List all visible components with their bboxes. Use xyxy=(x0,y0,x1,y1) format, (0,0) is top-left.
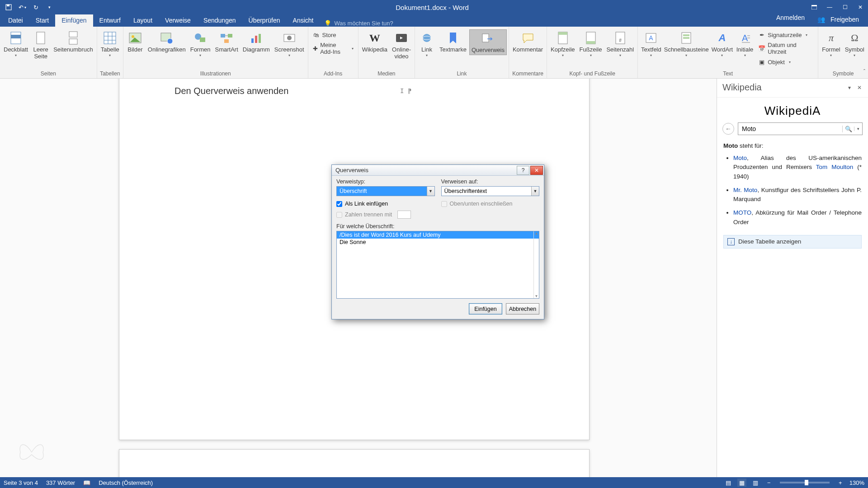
als-link-checkbox[interactable] xyxy=(336,201,342,207)
zoom-in-icon[interactable]: + xyxy=(836,479,845,487)
tell-me-search[interactable]: 💡 Was möchten Sie tun? xyxy=(324,20,393,27)
tab-ueberpruefen[interactable]: Überprüfen xyxy=(242,14,287,27)
signature-icon: ✒ xyxy=(758,31,765,38)
tab-start[interactable]: Start xyxy=(29,14,56,27)
wikipedia-link[interactable]: Mr. Moto xyxy=(733,187,757,193)
redo-icon[interactable]: ↻ xyxy=(30,2,42,13)
tabelle-button[interactable]: Tabelle▾ xyxy=(99,29,121,58)
kommentar-button[interactable]: Kommentar xyxy=(511,29,545,54)
zoom-out-icon[interactable]: − xyxy=(764,479,774,487)
tab-sendungen[interactable]: Sendungen xyxy=(197,14,242,27)
minimize-icon[interactable]: — xyxy=(822,2,837,13)
cover-page-icon xyxy=(8,30,24,46)
smartart-icon xyxy=(218,30,235,46)
oben-unten-label: Oben/unten einschließen xyxy=(450,201,513,207)
kopfzeile-button[interactable]: Kopfzeile▾ xyxy=(549,29,576,58)
seitenzahl-button[interactable]: #Seitenzahl▾ xyxy=(604,29,636,58)
wikipedia-icon: W xyxy=(367,30,383,46)
wordart-button[interactable]: AWordArt▾ xyxy=(710,29,734,58)
onlinevideo-button[interactable]: Online- video xyxy=(390,29,413,61)
list-scrollbar[interactable]: ▲▼ xyxy=(533,231,539,298)
pane-close-icon[interactable]: ✕ xyxy=(855,84,863,92)
datum-uhrzeit-button[interactable]: 📅Datum und Uhrzeit xyxy=(757,41,814,56)
smartart-button[interactable]: SmartArt xyxy=(213,29,240,54)
zoom-level[interactable]: 130% xyxy=(849,479,864,486)
heading-list-item[interactable]: /Dies ist der Word 2016 Kurs auf Udemy xyxy=(337,231,539,239)
schnellbausteine-button[interactable]: Schnellbausteine▾ xyxy=(663,29,709,58)
verweistyp-select[interactable]: Überschrift ▼ xyxy=(336,186,435,196)
dialog-cancel-button[interactable]: Abbrechen xyxy=(506,303,539,314)
signaturzeile-button[interactable]: ✒Signaturzeile▾ xyxy=(757,30,814,39)
search-dropdown-icon[interactable]: ▾ xyxy=(854,127,862,131)
screenshot-button[interactable]: Screenshot▾ xyxy=(273,29,306,58)
view-print-layout-icon[interactable]: ▦ xyxy=(737,479,746,487)
wikipedia-result-item: MOTO, Abkürzung für Mail Order / Telepho… xyxy=(733,208,862,227)
svg-rect-26 xyxy=(259,34,261,43)
fusszeile-button[interactable]: Fußzeile▾ xyxy=(578,29,604,58)
wikipedia-button[interactable]: WWikipedia xyxy=(360,29,389,54)
status-language[interactable]: Deutsch (Österreich) xyxy=(99,479,153,486)
initiale-button[interactable]: AInitiale▾ xyxy=(735,29,755,58)
status-proofing-icon[interactable]: 📖 xyxy=(83,479,90,486)
textfeld-button[interactable]: ATextfeld▾ xyxy=(640,29,662,58)
undo-icon[interactable]: ↶▾ xyxy=(16,2,28,13)
wikipedia-link[interactable]: MOTO xyxy=(733,209,751,216)
pane-options-icon[interactable]: ▾ xyxy=(845,84,854,92)
maximize-icon[interactable]: ☐ xyxy=(837,2,853,13)
store-icon: 🛍 xyxy=(313,31,320,38)
tab-ansicht[interactable]: Ansicht xyxy=(287,14,320,27)
heading-list[interactable]: /Dies ist der Word 2016 Kurs auf Udemy D… xyxy=(336,231,539,299)
save-icon[interactable] xyxy=(3,2,14,13)
dialog-help-icon[interactable]: ? xyxy=(517,166,529,175)
symbol-button[interactable]: ΩSymbol▾ xyxy=(843,29,866,58)
verweisen-auf-select[interactable]: Überschriftentext ▼ xyxy=(441,186,540,196)
deckblatt-button[interactable]: Deckblatt▾ xyxy=(2,29,30,58)
ribbon-display-icon[interactable] xyxy=(807,2,822,13)
wikipedia-link[interactable]: Tom Moulton xyxy=(816,164,854,170)
tab-verweise[interactable]: Verweise xyxy=(159,14,197,27)
chevron-down-icon[interactable]: ▼ xyxy=(531,187,539,196)
link-button[interactable]: Link▾ xyxy=(417,29,437,58)
querverweis-button[interactable]: Querverweis xyxy=(469,29,507,55)
collapse-ribbon-icon[interactable]: ˆ xyxy=(863,69,865,75)
diagramm-button[interactable]: Diagramm xyxy=(241,29,272,54)
formen-button[interactable]: Formen▾ xyxy=(189,29,212,58)
share-button[interactable]: 👥Freigeben xyxy=(814,12,863,27)
tab-einfuegen[interactable]: Einfügen xyxy=(55,14,93,27)
onlinegrafiken-button[interactable]: Onlinegrafiken xyxy=(146,29,188,54)
status-page[interactable]: Seite 3 von 4 xyxy=(4,479,38,486)
signin-link[interactable]: Anmelden xyxy=(774,12,807,27)
textmarke-button[interactable]: Textmarke xyxy=(438,29,468,54)
leere-seite-button[interactable]: Leere Seite xyxy=(31,29,51,61)
seitenumbruch-button[interactable]: Seitenumbruch xyxy=(52,29,94,54)
screenshot-icon xyxy=(281,30,297,46)
svg-rect-25 xyxy=(255,36,257,43)
heading-list-item[interactable]: Die Sonne xyxy=(337,239,539,246)
close-icon[interactable]: ✕ xyxy=(853,2,868,13)
status-word-count[interactable]: 337 Wörter xyxy=(46,479,75,486)
wikipedia-show-table-button[interactable]: ↓ Diese Tabelle anzeigen xyxy=(723,235,862,249)
svg-rect-43 xyxy=(683,34,689,36)
bilder-button[interactable]: Bilder xyxy=(125,29,145,54)
svg-rect-22 xyxy=(224,39,229,43)
dialog-insert-button[interactable]: Einfügen xyxy=(469,303,502,314)
tab-entwurf[interactable]: Entwurf xyxy=(93,14,127,27)
view-read-mode-icon[interactable]: ▤ xyxy=(724,479,733,487)
objekt-button[interactable]: ▣Objekt▾ xyxy=(757,57,814,66)
chevron-down-icon[interactable]: ▼ xyxy=(427,187,434,196)
meine-addins-button[interactable]: ✚Meine Add-Ins▾ xyxy=(312,41,354,56)
wikipedia-link[interactable]: Moto xyxy=(733,155,747,161)
zoom-slider[interactable] xyxy=(780,482,830,483)
wikipedia-search-input[interactable] xyxy=(738,125,842,132)
wikipedia-back-button[interactable]: ← xyxy=(722,123,734,135)
document-page-next[interactable] xyxy=(119,449,590,477)
view-web-layout-icon[interactable]: ▥ xyxy=(751,479,760,487)
store-button[interactable]: 🛍Store xyxy=(312,30,354,39)
qat-customize-icon[interactable]: ▾ xyxy=(43,2,55,13)
tab-layout[interactable]: Layout xyxy=(127,14,159,27)
formel-button[interactable]: πFormel▾ xyxy=(820,29,842,58)
tab-datei[interactable]: Datei xyxy=(2,14,29,27)
search-icon[interactable]: 🔍 xyxy=(842,126,854,132)
dialog-close-icon[interactable]: ✕ xyxy=(530,166,543,175)
share-icon: 👥 xyxy=(816,14,827,25)
